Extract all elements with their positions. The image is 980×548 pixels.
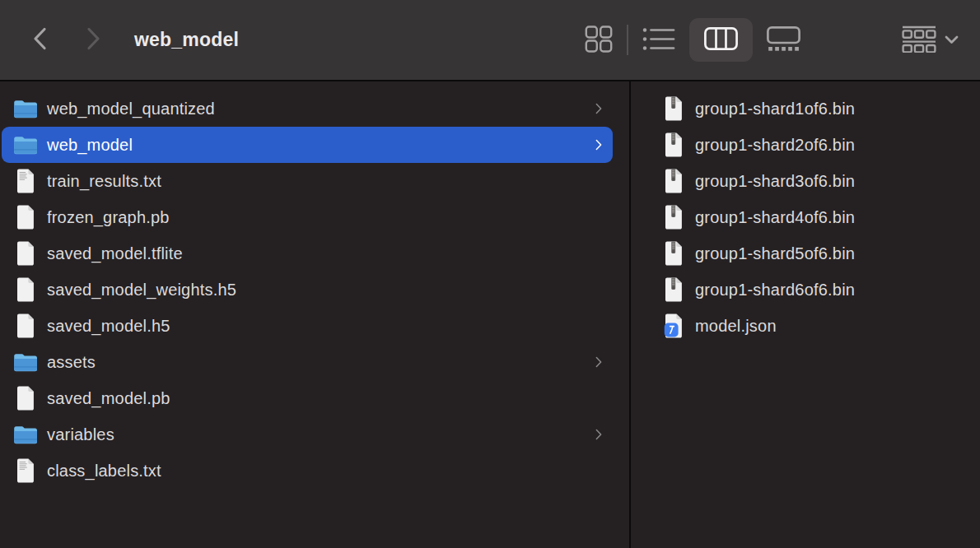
view-mode-icons-button[interactable]: [585, 26, 613, 55]
gallery-icon: [767, 26, 800, 53]
blank-file-icon: [13, 241, 38, 266]
group-by-button[interactable]: [902, 26, 959, 55]
grid-icon: [585, 26, 613, 55]
folder-icon: [13, 136, 38, 155]
file-row[interactable]: group1-shard4of6.bin: [631, 199, 973, 235]
folder-icon: [13, 100, 38, 118]
view-mode-switcher: [576, 18, 810, 62]
chevron-right-icon: [85, 26, 102, 53]
file-row[interactable]: variables: [2, 416, 613, 453]
file-row[interactable]: group1-shard6of6.bin: [631, 272, 973, 308]
file-name: group1-shard4of6.bin: [695, 208, 855, 227]
back-button[interactable]: [31, 26, 49, 53]
file-name: class_labels.txt: [47, 462, 161, 481]
file-name: group1-shard1of6.bin: [695, 100, 855, 118]
folder-icon: [13, 425, 38, 444]
file-row[interactable]: group1-shard3of6.bin: [631, 163, 973, 199]
window-title: web_model: [134, 29, 239, 51]
chevron-right-icon: [595, 138, 603, 151]
toolbar-separator: [627, 25, 628, 55]
group-icon: [902, 26, 936, 55]
file-name: assets: [47, 353, 96, 372]
file-name: web_model_quantized: [47, 100, 215, 118]
forward-button[interactable]: [85, 26, 102, 53]
bin-file-icon: [661, 205, 686, 230]
bin-file-icon: [661, 241, 686, 266]
file-name: train_results.txt: [47, 172, 161, 191]
file-name: saved_model.tflite: [47, 244, 183, 263]
file-row[interactable]: saved_model.pb: [2, 380, 613, 416]
bin-file-icon: [661, 277, 686, 302]
view-mode-gallery-button[interactable]: [767, 26, 800, 53]
chevron-right-icon: [595, 102, 603, 115]
blank-file-icon: [13, 313, 38, 338]
bin-file-icon: [661, 132, 686, 157]
file-row[interactable]: group1-shard2of6.bin: [631, 127, 973, 163]
file-name: group1-shard3of6.bin: [695, 172, 855, 191]
file-name: group1-shard2of6.bin: [695, 136, 855, 155]
folder-icon: [13, 353, 38, 372]
file-name: frozen_graph.pb: [47, 208, 170, 227]
toolbar: web_model: [0, 0, 980, 81]
file-name: saved_model.pb: [47, 389, 170, 408]
file-name: saved_model_weights.h5: [47, 281, 236, 300]
json-file-icon: [661, 313, 686, 338]
file-row[interactable]: web_model_quantized: [2, 91, 613, 127]
file-row[interactable]: train_results.txt: [2, 163, 613, 199]
finder-window: web_model web_model_quantized web_model …: [0, 0, 980, 548]
file-row[interactable]: saved_model_weights.h5: [2, 272, 613, 308]
file-name: group1-shard6of6.bin: [695, 281, 855, 300]
file-row[interactable]: frozen_graph.pb: [2, 199, 613, 235]
list-icon: [642, 27, 675, 53]
file-name: web_model: [47, 136, 133, 155]
file-name: saved_model.h5: [47, 317, 170, 336]
chevron-right-icon: [595, 428, 603, 441]
file-row[interactable]: saved_model.tflite: [2, 235, 613, 272]
text-file-icon: [13, 169, 38, 193]
bin-file-icon: [661, 169, 686, 193]
view-mode-list-button[interactable]: [642, 27, 675, 53]
file-row[interactable]: class_labels.txt: [2, 453, 613, 489]
file-row[interactable]: group1-shard1of6.bin: [631, 91, 973, 127]
blank-file-icon: [13, 205, 38, 230]
blank-file-icon: [13, 277, 38, 302]
view-mode-columns-button[interactable]: [689, 18, 753, 62]
blank-file-icon: [13, 386, 38, 411]
file-row[interactable]: saved_model.h5: [2, 308, 613, 344]
file-row[interactable]: group1-shard5of6.bin: [631, 235, 973, 272]
file-name: model.json: [695, 317, 777, 336]
file-row[interactable]: model.json: [631, 308, 973, 344]
file-row[interactable]: assets: [2, 344, 613, 380]
text-file-icon: [13, 458, 38, 483]
columns-icon: [704, 27, 738, 53]
chevron-left-icon: [31, 26, 49, 53]
column-child: group1-shard1of6.bin group1-shard2of6.bi…: [631, 81, 980, 548]
column-parent: web_model_quantized web_model train_resu…: [0, 81, 631, 548]
file-row[interactable]: web_model: [2, 127, 613, 163]
column-view: web_model_quantized web_model train_resu…: [0, 81, 980, 548]
bin-file-icon: [661, 96, 686, 121]
file-name: group1-shard5of6.bin: [695, 244, 855, 263]
chevron-right-icon: [595, 355, 603, 369]
chevron-down-icon: [945, 35, 959, 44]
file-name: variables: [47, 425, 114, 444]
